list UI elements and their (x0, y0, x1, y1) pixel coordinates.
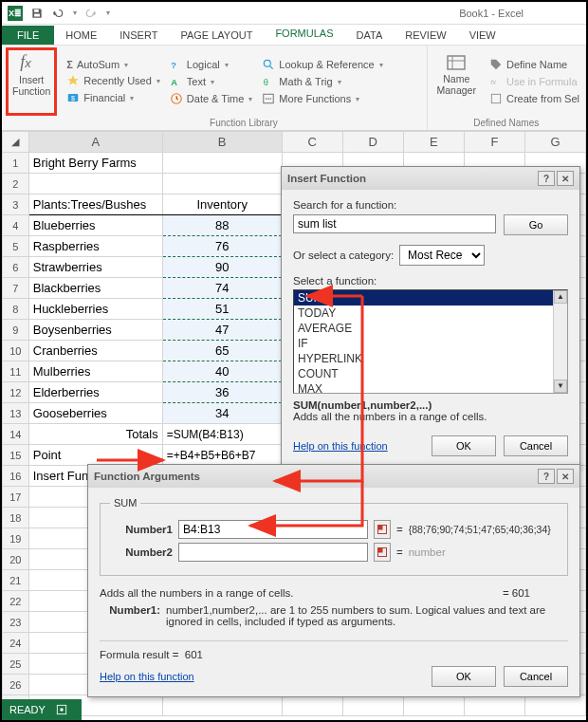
cell[interactable]: 34 (162, 403, 282, 424)
redo-icon[interactable] (84, 7, 98, 20)
help-button[interactable]: ? (538, 171, 555, 186)
row-header[interactable]: 13 (3, 403, 29, 424)
collapse-dialog-button[interactable] (374, 543, 391, 562)
cell[interactable]: Strawberries (28, 257, 162, 278)
category-select[interactable]: Most Rece (399, 245, 485, 266)
list-item[interactable]: AVERAGE (294, 321, 567, 336)
cell[interactable]: 90 (162, 257, 282, 278)
qat-customize-icon[interactable]: ▾ (106, 9, 110, 17)
help-link[interactable]: Help on this function (293, 440, 388, 452)
row-header[interactable]: 25 (3, 654, 29, 675)
cancel-button[interactable]: Cancel (504, 435, 568, 456)
date-time-button[interactable]: Date & Time▾ (168, 91, 255, 106)
listbox-scrollbar[interactable]: ▲▼ (553, 290, 567, 393)
cell[interactable]: Point (28, 445, 162, 466)
tab-home[interactable]: HOME (54, 26, 108, 45)
cell[interactable]: =SUM(B4:B13) (162, 424, 282, 445)
row-header[interactable]: 22 (3, 591, 29, 612)
cell[interactable]: Blackberries (28, 278, 162, 299)
math-trig-button[interactable]: θMath & Trig▾ (260, 74, 384, 89)
row-header[interactable]: 12 (3, 382, 29, 403)
row-header[interactable]: 9 (3, 320, 29, 341)
row-header[interactable]: 21 (3, 570, 29, 591)
list-item[interactable]: COUNT (294, 366, 567, 381)
ok-button[interactable]: OK (432, 435, 496, 456)
row-header[interactable]: 18 (3, 508, 29, 528)
create-from-selection-button[interactable]: Create from Sel (487, 91, 581, 106)
cell[interactable]: Cranberries (28, 341, 162, 361)
row-header[interactable]: 10 (3, 341, 29, 361)
cell[interactable]: 36 (162, 382, 282, 403)
cell[interactable]: Blueberries (28, 215, 162, 236)
number1-input[interactable] (178, 520, 368, 539)
cell[interactable]: Gooseberries (28, 403, 162, 424)
row-header[interactable]: 5 (3, 236, 29, 257)
col-header-b[interactable]: B (162, 132, 282, 153)
col-header-c[interactable]: C (282, 132, 342, 153)
tab-page-layout[interactable]: PAGE LAYOUT (169, 26, 264, 45)
col-header-d[interactable]: D (342, 132, 403, 153)
row-header[interactable]: 3 (3, 194, 29, 215)
tab-view[interactable]: VIEW (458, 26, 507, 45)
cell[interactable]: Totals (28, 424, 162, 445)
col-header-g[interactable]: G (524, 132, 585, 153)
go-button[interactable]: Go (504, 214, 568, 235)
cell[interactable]: 65 (162, 341, 282, 361)
cell[interactable]: 40 (162, 361, 282, 382)
cell[interactable]: Inventory (162, 194, 282, 215)
list-item[interactable]: SUM (294, 290, 567, 305)
row-header[interactable]: 6 (3, 257, 29, 278)
cell[interactable]: 51 (162, 299, 282, 320)
col-header-f[interactable]: F (464, 132, 524, 153)
tab-file[interactable]: FILE (2, 26, 54, 45)
cell[interactable]: 47 (162, 320, 282, 341)
macro-record-icon[interactable] (55, 703, 68, 716)
logical-button[interactable]: ?Logical▾ (168, 57, 255, 72)
cell[interactable]: 88 (162, 215, 282, 236)
help-link[interactable]: Help on this function (100, 671, 194, 682)
cell[interactable]: Raspberries (28, 236, 162, 257)
row-header[interactable]: 19 (3, 528, 29, 549)
list-item[interactable]: TODAY (294, 305, 567, 321)
select-all-button[interactable]: ◢ (3, 132, 29, 153)
help-button[interactable]: ? (538, 469, 555, 484)
cell[interactable] (524, 695, 585, 716)
row-header[interactable]: 7 (3, 278, 29, 299)
list-item[interactable]: MAX (294, 381, 567, 394)
number2-input[interactable] (178, 543, 368, 562)
tab-data[interactable]: DATA (345, 26, 395, 45)
insert-function-titlebar[interactable]: Insert Function ? ✕ (282, 167, 579, 190)
cell[interactable] (403, 695, 464, 716)
cell[interactable] (162, 174, 282, 194)
list-item[interactable]: IF (294, 336, 567, 351)
tab-review[interactable]: REVIEW (394, 26, 457, 45)
close-button[interactable]: ✕ (557, 171, 574, 186)
search-input[interactable] (293, 214, 496, 233)
function-arguments-titlebar[interactable]: Function Arguments ? ✕ (88, 465, 579, 488)
cell[interactable]: Elderberries (28, 382, 162, 403)
cell[interactable]: Huckleberries (28, 299, 162, 320)
define-name-button[interactable]: Define Name (487, 57, 581, 72)
cell[interactable] (464, 695, 524, 716)
list-item[interactable]: HYPERLINK (294, 351, 567, 366)
row-header[interactable]: 15 (3, 445, 29, 466)
cell[interactable]: Bright Berry Farms (28, 153, 162, 174)
ok-button[interactable]: OK (432, 666, 496, 687)
undo-dropdown-icon[interactable]: ▾ (73, 9, 77, 17)
cell[interactable] (282, 695, 342, 716)
row-header[interactable]: 24 (3, 633, 29, 654)
row-header[interactable]: 4 (3, 215, 29, 236)
row-header[interactable]: 26 (3, 675, 29, 695)
collapse-dialog-button[interactable] (374, 520, 391, 539)
tab-formulas[interactable]: FORMULAS (264, 24, 344, 45)
cell[interactable]: Plants:Trees/Bushes (28, 194, 162, 215)
save-icon[interactable] (30, 7, 44, 20)
cell[interactable] (342, 695, 403, 716)
row-header[interactable]: 20 (3, 549, 29, 570)
cell[interactable]: 74 (162, 278, 282, 299)
cell[interactable]: Mulberries (28, 361, 162, 382)
row-header[interactable]: 11 (3, 361, 29, 382)
row-header[interactable]: 17 (3, 487, 29, 508)
autosum-button[interactable]: ΣAutoSum▾ (64, 58, 162, 71)
close-button[interactable]: ✕ (557, 469, 574, 484)
